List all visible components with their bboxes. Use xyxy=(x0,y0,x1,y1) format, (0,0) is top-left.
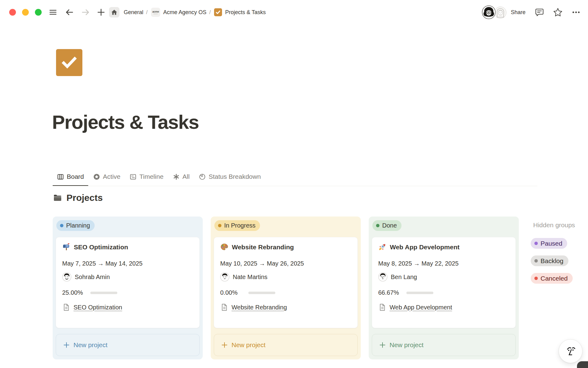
tab-timeline[interactable]: Timeline xyxy=(125,168,168,186)
plus-icon xyxy=(379,342,386,348)
status-dot-icon xyxy=(534,277,538,280)
progress-bar xyxy=(90,292,117,294)
tab-all[interactable]: All xyxy=(168,168,194,186)
share-button[interactable]: Share xyxy=(511,9,526,16)
subpage-link[interactable]: Web App Development xyxy=(390,304,452,311)
tabs-divider xyxy=(53,186,537,186)
status-dot-icon xyxy=(60,224,63,227)
progress-bar xyxy=(248,292,275,294)
breadcrumb-workspace[interactable]: Acme Agency OS xyxy=(163,9,206,16)
more-options-icon[interactable] xyxy=(571,7,581,17)
forward-icon[interactable] xyxy=(81,8,90,17)
board-column-in-progress: In Progress Website Rebranding May 10, 2… xyxy=(211,217,361,359)
progress-percent: 25.00% xyxy=(62,289,86,296)
card-title: Web App Development xyxy=(390,243,460,251)
board-column-done: Done Web App Development May 8, 2025 → M… xyxy=(369,217,519,359)
page-title[interactable]: Projects & Tasks xyxy=(52,111,199,133)
view-tabs: Board Active Timeline All Status Breakdo… xyxy=(53,168,265,186)
card-title: Website Rebranding xyxy=(232,243,294,251)
mailbox-emoji xyxy=(62,243,70,251)
assignee-avatar xyxy=(62,272,71,282)
status-dot-icon xyxy=(376,224,379,227)
zoom-window-button[interactable] xyxy=(35,9,42,16)
page-icon xyxy=(220,303,228,311)
section-title[interactable]: Projects xyxy=(66,193,103,203)
minimize-window-button[interactable] xyxy=(22,9,29,16)
comments-icon[interactable] xyxy=(535,8,544,17)
assignee-avatar xyxy=(378,272,387,282)
status-dot-icon xyxy=(218,224,221,227)
progress-percent: 0.00% xyxy=(220,289,244,296)
timeline-icon xyxy=(130,173,137,180)
collaborator-avatars[interactable] xyxy=(481,5,507,20)
tab-active[interactable]: Active xyxy=(89,168,125,186)
breadcrumb-separator: / xyxy=(146,9,148,16)
assignee-name: Ben Lang xyxy=(391,274,417,281)
desktop-corner-peek xyxy=(577,361,588,368)
rocket-emoji xyxy=(378,243,386,251)
page-checkbox-icon xyxy=(214,8,222,16)
hidden-group-backlog[interactable]: Backlog xyxy=(531,255,568,266)
card-progress: 0.00% xyxy=(220,289,351,296)
project-card[interactable]: Website Rebranding May 10, 2025 → May 26… xyxy=(214,237,358,328)
page-icon xyxy=(378,303,386,311)
home-icon[interactable] xyxy=(109,7,119,17)
plus-icon xyxy=(221,342,228,348)
close-window-button[interactable] xyxy=(9,9,16,16)
page-icon xyxy=(62,303,70,311)
hidden-group-paused[interactable]: Paused xyxy=(531,238,567,249)
pie-chart-icon xyxy=(199,173,206,180)
status-dot-icon xyxy=(534,259,538,263)
hidden-groups-panel: Hidden groups Paused Backlog Canceled xyxy=(531,219,575,284)
status-dot-icon xyxy=(534,242,538,245)
notion-ai-button[interactable] xyxy=(559,339,582,363)
breadcrumb-separator: / xyxy=(209,9,211,16)
favorite-star-icon[interactable] xyxy=(553,7,563,17)
card-progress: 25.00% xyxy=(62,289,193,296)
card-progress: 66.67% xyxy=(378,289,509,296)
card-date-range: May 7, 2025 → May 14, 2025 xyxy=(62,260,193,267)
card-title: SEO Optimization xyxy=(74,243,128,251)
folder-icon xyxy=(53,193,62,203)
card-assignee: Sohrab Amin xyxy=(62,272,193,282)
hidden-group-canceled[interactable]: Canceled xyxy=(531,273,573,284)
progress-bar xyxy=(406,292,433,294)
page-icon-checkbox[interactable] xyxy=(56,49,82,76)
new-project-button[interactable]: New project xyxy=(56,334,200,356)
project-card[interactable]: SEO Optimization May 7, 2025 → May 14, 2… xyxy=(56,237,200,328)
kanban-board: Planning SEO Optimization May 7, 2025 → … xyxy=(53,217,588,359)
status-badge[interactable]: Planning xyxy=(56,220,95,231)
plus-icon xyxy=(63,342,70,348)
board-column-planning: Planning SEO Optimization May 7, 2025 → … xyxy=(53,217,203,359)
tab-status-breakdown[interactable]: Status Breakdown xyxy=(194,168,265,186)
status-badge[interactable]: Done xyxy=(372,220,401,231)
window-toolbar: General / acme Acme Agency OS / Projects… xyxy=(0,0,588,25)
subpage-link[interactable]: Website Rebranding xyxy=(232,304,287,311)
new-project-button[interactable]: New project xyxy=(372,334,516,356)
board-icon xyxy=(57,173,64,180)
asterisk-icon xyxy=(173,173,180,180)
star-badge-icon xyxy=(93,173,100,180)
card-assignee: Ben Lang xyxy=(378,272,509,282)
sidebar-toggle-icon[interactable] xyxy=(48,8,58,17)
card-subpage-link-row: SEO Optimization xyxy=(62,303,193,311)
new-project-button[interactable]: New project xyxy=(214,334,358,356)
assignee-avatar xyxy=(220,272,229,282)
card-date-range: May 10, 2025 → May 26, 2025 xyxy=(220,260,351,267)
new-tab-icon[interactable] xyxy=(97,8,105,17)
status-badge[interactable]: In Progress xyxy=(214,220,260,231)
palette-emoji xyxy=(220,243,228,251)
breadcrumb-page[interactable]: Projects & Tasks xyxy=(225,9,266,16)
notion-window: General / acme Acme Agency OS / Projects… xyxy=(0,0,588,368)
section-header: Projects xyxy=(53,193,103,203)
collaborator-avatar xyxy=(481,5,496,20)
card-assignee: Nate Martins xyxy=(220,272,351,282)
project-card[interactable]: Web App Development May 8, 2025 → May 22… xyxy=(372,237,516,328)
breadcrumb-teamspace[interactable]: General xyxy=(124,9,143,16)
subpage-link[interactable]: SEO Optimization xyxy=(74,304,122,311)
card-date-range: May 8, 2025 → May 22, 2025 xyxy=(378,260,509,267)
assignee-name: Nate Martins xyxy=(233,274,267,281)
workspace-logo-icon[interactable]: acme xyxy=(151,8,160,17)
tab-board[interactable]: Board xyxy=(53,168,88,186)
back-icon[interactable] xyxy=(65,8,74,17)
